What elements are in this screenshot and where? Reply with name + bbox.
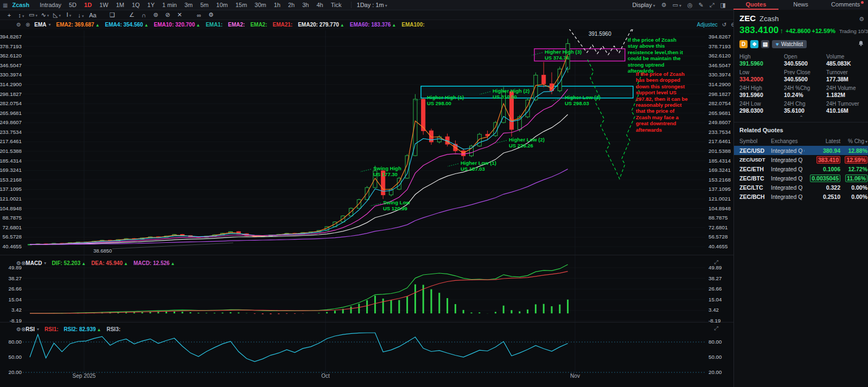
link-tool[interactable]: ∞ [193, 12, 205, 18]
coin-badge[interactable]: D [739, 40, 748, 48]
timeframe-Intraday[interactable]: Intraday [36, 2, 65, 8]
text-tool[interactable]: Aa [87, 12, 99, 18]
gear-icon[interactable]: ⚙ [16, 260, 21, 266]
axis-label: 20.00 [709, 369, 722, 375]
window-icon[interactable]: ▦ [3, 2, 8, 8]
indicator-name[interactable]: EMA [34, 22, 46, 28]
magnet-tool[interactable]: ∩ [138, 12, 150, 18]
related-quote-row-zec-bch[interactable]: ZEC/BCHIntegrated Q0.25100.00% [734, 192, 868, 201]
indicator-label: EMA20: [298, 22, 318, 28]
gear-icon[interactable]: ⚙ [16, 326, 21, 332]
interval-selector[interactable]: 1Day : 1m▾ [351, 2, 387, 8]
timeframe-1Q[interactable]: 1Q [128, 2, 144, 8]
expand-pane-icon[interactable]: ⤢ [714, 325, 718, 332]
close-indicator-icon[interactable]: ⊗ [25, 22, 30, 28]
rectangle-tool[interactable]: ▭▾ [27, 11, 39, 18]
timeframe-1M[interactable]: 1M [112, 2, 128, 8]
axis-label: 249.8607 [709, 119, 731, 125]
expand-pane-icon[interactable]: ⤢ [714, 259, 718, 266]
axis-label: 50.00 [8, 354, 22, 360]
price-range-tool[interactable]: Ⅰ▾ [63, 11, 75, 18]
cursor-move-tool[interactable]: + [3, 12, 15, 18]
axis-label: 153.2168 [709, 177, 731, 183]
timeframe-Tick[interactable]: Tick [327, 2, 346, 8]
axis-label: 88.7875 [3, 215, 22, 221]
axis-label: 346.5047 [709, 62, 731, 68]
related-quote-row-zec-usd[interactable]: ZEC/USDIntegrated Q⊕380.9412.88% [734, 146, 868, 155]
watchlist-button[interactable]: ♥Watchlist [772, 40, 807, 48]
timeframe-3m[interactable]: 3m [181, 2, 196, 8]
mirror-tool[interactable]: ⊜ [150, 11, 162, 18]
tag-badge[interactable]: ❖ [750, 40, 758, 48]
indicator-name[interactable]: RSI [25, 326, 35, 332]
axis-label: 282.0754 [709, 100, 731, 106]
axis-label: 346.5047 [0, 62, 22, 68]
arrow-mark-tool[interactable]: ↓▾ [75, 12, 87, 18]
bell-icon[interactable] [858, 39, 864, 49]
collapse-stats-icon[interactable]: ⌃ [734, 115, 868, 120]
column-exchanges[interactable]: Exchanges [771, 138, 805, 144]
column--chg[interactable]: % Chg▾ [840, 138, 867, 144]
gear-icon[interactable]: ⚙ [16, 22, 21, 28]
axis-label: 169.3241 [0, 167, 22, 173]
adjusted-toggle[interactable]: Adjustec [697, 22, 717, 28]
hide-drawings-tool[interactable]: ⊘ [162, 11, 174, 18]
wave-tool[interactable]: ∿▾ [39, 11, 51, 18]
x-axis-label: Oct [321, 373, 330, 379]
tab-comments[interactable]: Comments [823, 0, 868, 10]
indicator-label: EMA2: [228, 22, 245, 28]
candle-body [365, 188, 369, 199]
layout-icon[interactable]: ▭▾ [673, 2, 681, 9]
fullscreen-icon[interactable]: ⤢ [710, 2, 714, 9]
timeframe-1Y[interactable]: 1Y [144, 2, 158, 8]
drawing-settings-icon[interactable]: ⚙ [205, 11, 217, 18]
close-indicator-icon[interactable]: ⊗ [21, 326, 25, 332]
timeframe-1h[interactable]: 1h [270, 2, 284, 8]
draw-mode-icon[interactable]: ✎ [699, 2, 704, 9]
right-panel-toggle-icon[interactable]: ◨ [720, 2, 726, 9]
axis-label: 394.8267 [709, 34, 731, 40]
related-quote-row-zec-usdt[interactable]: ZEC/USDTIntegrated Q383.41012.59% [734, 155, 868, 164]
report-badge[interactable]: ▤ [761, 40, 769, 48]
delete-drawings-tool[interactable]: ✕ [174, 11, 186, 18]
timeframe-1min[interactable]: 1 min [158, 2, 181, 8]
related-quote-row-zec-ltc[interactable]: ZEC/LTCIntegrated Q0.3220.00% [734, 183, 868, 192]
timeframe-30m[interactable]: 30m [251, 2, 270, 8]
exchange-cell: Integrated Q [771, 157, 805, 163]
timeframe-4h[interactable]: 4h [313, 2, 327, 8]
angle-tool[interactable]: ∠ [126, 11, 138, 18]
column-symbol[interactable]: Symbol [739, 138, 771, 144]
chg-cell: 12.88% [840, 147, 867, 154]
symbol-tab[interactable]: Zcash [12, 2, 29, 8]
timeframe-3h[interactable]: 3h [298, 2, 312, 8]
stat-24h-low: 24H Low298.0300 [739, 101, 784, 114]
timeframe-5m[interactable]: 5m [196, 2, 212, 8]
column-latest[interactable]: Latest [805, 138, 840, 144]
timeframe-1W[interactable]: 1W [95, 2, 112, 8]
timeframe-1D[interactable]: 1D [80, 2, 95, 8]
indicator-value: EMA4: 354.560▲ [105, 22, 149, 28]
low-price-marker: 38.6850 [93, 248, 112, 254]
timeframe-5D[interactable]: 5D [65, 2, 80, 8]
note-tool[interactable]: ❑ [106, 11, 118, 18]
timeframe-15m[interactable]: 15m [232, 2, 251, 8]
timeframe-2h[interactable]: 2h [284, 2, 298, 8]
undo-icon[interactable]: ↺ [722, 22, 726, 28]
up-triangle-icon: ▲ [97, 327, 101, 332]
timeframe-10m[interactable]: 10m [213, 2, 232, 8]
axis-label: 121.0021 [709, 196, 731, 202]
tab-news[interactable]: News [778, 0, 824, 10]
display-menu[interactable]: Display▾ [633, 2, 655, 8]
price-line-tool[interactable]: ↕▾ [15, 12, 27, 18]
close-indicator-icon[interactable]: ⊗ [21, 260, 25, 266]
fibonacci-tool[interactable]: ◺▾ [51, 11, 63, 18]
downtrend-note-text: If the price of Zcashhas been droppeddow… [636, 71, 688, 133]
indicator-name[interactable]: MACD [25, 260, 42, 266]
related-quote-row-zec-btc[interactable]: ZEC/BTCIntegrated Q0.003504511.06% [734, 173, 868, 183]
gear-icon[interactable]: ⚙ [859, 16, 864, 23]
related-quote-row-zec-eth[interactable]: ZEC/ETHIntegrated Q0.100612.72% [734, 164, 868, 173]
axis-label: 233.7534 [0, 129, 22, 135]
tab-quotes[interactable]: Quotes [733, 0, 778, 10]
screenshot-icon[interactable]: ◎ [687, 2, 693, 9]
chart-settings-icon[interactable]: ⚙ [661, 2, 667, 9]
